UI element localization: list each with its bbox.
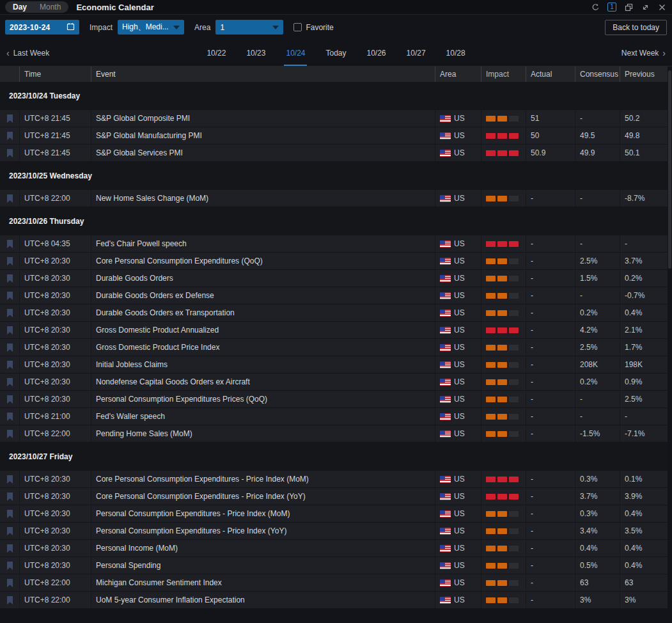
table-row[interactable]: UTC+8 20:30Personal Consumption Expendit… [0,523,668,540]
bookmark-icon[interactable] [6,493,13,501]
impact-segment [486,379,496,385]
bookmark-icon[interactable] [6,149,13,157]
impact-segment [486,397,496,402]
area-cell: US [435,557,481,574]
bookmark-icon[interactable] [6,527,13,535]
table-row[interactable]: UTC+8 21:45S&P Global Services PMIUS50.9… [0,145,668,162]
week-day-10-27[interactable]: 10/27 [405,40,428,66]
impact-segment [497,345,507,351]
date-picker[interactable]: 2023-10-24 [5,20,79,35]
bookmark-icon[interactable] [6,114,13,123]
bookmark-icon[interactable] [6,378,13,386]
table-row[interactable]: UTC+8 21:00Fed's Waller speechUS--- [0,408,668,425]
area-code: US [454,148,465,157]
bookmark-icon[interactable] [6,475,13,484]
bookmark-icon[interactable] [6,194,13,203]
table-row[interactable]: UTC+8 22:00Michigan Consumer Sentiment I… [0,574,668,592]
week-day-today[interactable]: Today [324,40,348,66]
table-row[interactable]: UTC+8 04:35Fed's Chair Powell speechUS--… [0,235,668,253]
table-row[interactable]: UTC+8 20:30Durable Goods Orders ex Trans… [0,304,668,322]
actual-value: - [526,356,575,373]
impact-segment [509,310,519,316]
impact-dropdown[interactable]: High、Medi... [118,20,184,35]
bookmark-icon[interactable] [6,257,13,265]
bookmark-icon[interactable] [6,274,13,283]
bookmark-icon[interactable] [6,326,13,335]
week-days: 10/2210/2310/24Today10/2610/2710/28 [0,40,672,66]
next-week-button[interactable]: Next Week › [621,48,666,58]
table-row[interactable]: UTC+8 20:30Nondefense Capital Goods Orde… [0,374,668,391]
us-flag-icon [440,275,451,282]
table-row[interactable]: UTC+8 21:45S&P Global Composite PMIUS51-… [0,110,668,127]
bookmark-icon[interactable] [6,430,13,438]
table-row[interactable]: UTC+8 20:30Gross Domestic Product Annual… [0,322,668,339]
impact-segment [509,276,519,281]
bookmark-icon[interactable] [6,240,13,248]
event-time: UTC+8 20:30 [19,488,91,505]
previous-value: -8.7% [620,190,668,207]
scrollbar-thumb[interactable] [668,70,671,269]
expand-icon[interactable] [640,2,650,12]
table-row[interactable]: UTC+8 20:30Personal Consumption Expendit… [0,505,668,523]
bookmark-icon[interactable] [6,413,13,421]
table-row[interactable]: UTC+8 20:30Durable Goods Orders ex Defen… [0,287,668,304]
bookmark-icon[interactable] [6,579,13,587]
last-week-button[interactable]: ‹ Last Week [6,48,49,58]
tab-month[interactable]: Month [33,1,67,13]
area-code: US [454,561,465,570]
table-row[interactable]: UTC+8 22:00Pending Home Sales (MoM)US--1… [0,425,668,443]
event-name: Core Personal Consumption Expenditures (… [91,253,435,269]
impact-segment [497,310,507,316]
window-count-badge[interactable]: 1 [607,2,617,12]
impact-segment [497,414,507,420]
table-row[interactable]: UTC+8 20:30Initial Jobless ClaimsUS-208K… [0,356,668,374]
area-dropdown[interactable]: 1 [215,20,283,35]
bookmark-icon[interactable] [6,361,13,369]
bookmark-icon[interactable] [6,544,13,553]
favorite-checkbox[interactable] [293,23,302,31]
impact-segment [509,133,519,139]
bookmark-icon[interactable] [6,309,13,317]
area-code: US [454,578,465,587]
event-time: UTC+8 21:00 [19,408,91,425]
impact-indicator [481,374,526,390]
week-day-10-26[interactable]: 10/26 [365,40,388,66]
table-row[interactable]: UTC+8 20:30Personal Consumption Expendit… [0,391,668,408]
table-row[interactable]: UTC+8 20:30Personal SpendingUS-0.5%0.4% [0,557,668,574]
week-day-10-28[interactable]: 10/28 [444,40,467,66]
table-row[interactable]: UTC+8 20:30Gross Domestic Product Price … [0,339,668,356]
week-day-10-22[interactable]: 10/22 [205,40,228,66]
table-row[interactable]: UTC+8 22:00UoM 5-year Consumer Inflation… [0,592,668,609]
impact-segment [497,511,507,517]
us-flag-icon [440,344,451,351]
previous-value: 0.4% [620,557,668,574]
bookmark-icon[interactable] [6,562,13,570]
bookmark-icon[interactable] [6,596,13,604]
close-icon[interactable] [657,2,667,12]
table-row[interactable]: UTC+8 20:30Core Personal Consumption Exp… [0,488,668,505]
table-row[interactable]: UTC+8 21:45S&P Global Manufacturing PMIU… [0,127,668,145]
area-cell: US [435,391,481,407]
table-row[interactable]: UTC+8 20:30Core Personal Consumption Exp… [0,253,668,270]
bookmark-icon[interactable] [6,395,13,404]
impact-dropdown-value: High、Medi... [122,22,169,33]
tab-day[interactable]: Day [6,1,33,13]
table-row[interactable]: UTC+8 20:30Personal Income (MoM)US-0.4%0… [0,540,668,557]
table-row[interactable]: UTC+8 20:30Core Personal Consumption Exp… [0,471,668,488]
favorite-filter[interactable]: Favorite [293,23,333,32]
table-row[interactable]: UTC+8 22:00New Home Sales Change (MoM)US… [0,190,668,207]
bookmark-icon[interactable] [6,132,13,140]
restore-icon[interactable] [623,2,634,12]
bookmark-cell [0,235,19,252]
impact-indicator [481,408,526,425]
previous-value: 0.2% [620,270,668,287]
week-day-10-24[interactable]: 10/24 [284,40,307,66]
scrollbar-track[interactable] [668,67,672,608]
bookmark-icon[interactable] [6,292,13,300]
bookmark-icon[interactable] [6,343,13,352]
table-row[interactable]: UTC+8 20:30Durable Goods OrdersUS-1.5%0.… [0,270,668,287]
bookmark-icon[interactable] [6,510,13,518]
back-to-today-button[interactable]: Back to today [605,20,667,35]
week-day-10-23[interactable]: 10/23 [244,40,267,66]
refresh-icon[interactable] [590,2,600,12]
